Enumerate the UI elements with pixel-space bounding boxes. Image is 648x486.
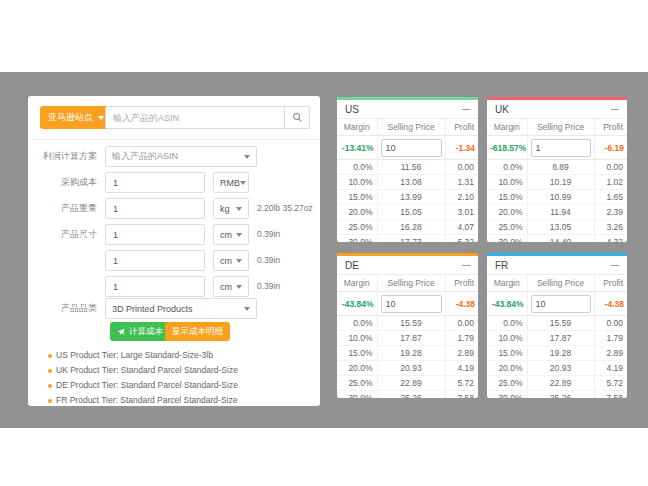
selling-price-input[interactable] [531,139,591,157]
panel-title: DE [345,260,359,271]
margin-cell: 15.0% [487,346,527,361]
currency-value: RMB [220,178,240,188]
margin-cell: 20.0% [487,205,527,220]
margin-table-row: 10.0%10.191.02 [487,175,627,190]
price-cell: 13.05 [527,220,594,235]
caret-down-icon [244,155,250,159]
margin-cell: 0.0% [487,316,527,331]
purchase-cost-label: 采购成本 [28,172,97,193]
calculator-card: 亚马逊站点 利润计算方案 输入产品的ASIN 采购成本 RMB 产品重量 kg [28,96,320,406]
margin-cell: 15.0% [337,346,377,361]
current-profit-value: -4.38 [445,292,478,316]
current-profit-value: -6.19 [594,136,627,160]
margin-table-row: 30.0%17.735.32 [337,235,478,243]
selling-price-column-header: Selling Price [527,275,594,292]
profit-cell: 1.79 [594,331,627,346]
marketplace-dropdown-button[interactable]: 亚马逊站点 [40,106,112,129]
currency-select[interactable]: RMB [213,172,249,193]
price-cell: 25.26 [527,391,594,399]
profit-plan-select[interactable]: 输入产品的ASIN [105,146,257,167]
collapse-minus-icon[interactable] [611,265,619,266]
dimension-unit-select[interactable]: cm [213,250,249,271]
bullet-icon [48,354,52,358]
dimension-unit-select[interactable]: cm [213,224,249,245]
selling-price-column-header: Selling Price [527,119,594,136]
marketplace-panel-fr: FR Margin Selling Price Profit -43.84% -… [487,253,627,398]
price-cell: 11.94 [527,205,594,220]
product-category-select[interactable]: 3D Printed Products [105,298,257,319]
margin-table-row: 15.0%10.991.65 [487,190,627,205]
collapse-minus-icon[interactable] [462,265,470,266]
margin-table-row: 15.0%19.282.89 [487,346,627,361]
margin-table-row: 30.0%25.267.58 [337,391,478,399]
panel-title: US [345,104,359,115]
margin-table-row: 20.0%20.934.19 [487,361,627,376]
margin-table-row: 20.0%11.942.39 [487,205,627,220]
price-cell: 20.93 [377,361,445,376]
marketplace-panel-de: DE Margin Selling Price Profit -43.84% -… [337,253,478,398]
list-item: UK Product Tier: Standard Parcel Standar… [28,363,320,378]
profit-column-header: Profit [445,275,478,292]
current-price-row: -43.84% -4.38 [337,292,478,316]
bullet-icon [48,399,52,403]
list-item: US Product Tier: Large Standard-Size-3lb [28,348,320,363]
price-cell: 22.89 [377,376,445,391]
margin-cell: 30.0% [487,391,527,399]
weight-unit-select[interactable]: kg [213,198,249,219]
profit-plan-value: 输入产品的ASIN [112,150,178,163]
tier-note-text: US Product Tier: Large Standard-Size-3lb [56,350,213,360]
selling-price-input[interactable] [381,295,442,313]
margin-table-row: 10.0%13.081.31 [337,175,478,190]
calculate-cost-button[interactable]: 计算成本 [110,322,170,341]
profit-cell: 2.89 [594,346,627,361]
panel-header: DE [337,256,478,275]
profit-cell: 4.19 [445,361,478,376]
marketplace-dropdown-label: 亚马逊站点 [48,111,93,124]
price-cell: 25.26 [377,391,445,399]
current-profit-value: -4.38 [594,292,627,316]
price-cell: 19.28 [527,346,594,361]
margin-column-header: Margin [487,275,527,292]
margin-cell: 10.0% [337,175,377,190]
dimension-height-input[interactable] [105,276,205,297]
price-cell: 13.99 [377,190,445,205]
margin-cell: 20.0% [487,361,527,376]
collapse-minus-icon[interactable] [611,109,619,110]
selling-price-input[interactable] [381,139,442,157]
margin-table-row: 0.0%8.890.00 [487,160,627,175]
table-header-row: Margin Selling Price Profit [487,119,627,136]
margin-table-row: 10.0%17.871.79 [487,331,627,346]
margin-cell: 25.0% [487,220,527,235]
current-margin-value: -618.57% [487,136,527,160]
bullet-icon [48,384,52,388]
price-cell: 14.40 [527,235,594,243]
tier-note-text: FR Product Tier: Standard Parcel Standar… [56,395,237,405]
profit-cell: 4.19 [594,361,627,376]
margin-cell: 25.0% [337,376,377,391]
table-header-row: Margin Selling Price Profit [487,275,627,292]
asin-search-button[interactable] [284,106,310,129]
margin-column-header: Margin [337,119,377,136]
current-margin-value: -43.84% [337,292,377,316]
collapse-minus-icon[interactable] [462,109,470,110]
margin-cell: 30.0% [487,235,527,243]
profit-cell: 4.32 [594,235,627,243]
dimension-width-input[interactable] [105,250,205,271]
product-weight-input[interactable] [105,198,205,219]
profit-cell: 1.79 [445,331,478,346]
dimension-unit-select[interactable]: cm [213,276,249,297]
caret-down-icon [236,233,242,237]
asin-search-input[interactable] [105,106,285,129]
margin-column-header: Margin [337,275,377,292]
list-item: DE Product Tier: Standard Parcel Standar… [28,378,320,393]
purchase-cost-input[interactable] [105,172,205,193]
current-price-row: -13.41% -1.34 [337,136,478,160]
profit-cell: 1.65 [594,190,627,205]
price-cell: 17.87 [527,331,594,346]
selling-price-input[interactable] [531,295,591,313]
marketplace-panel-uk: UK Margin Selling Price Profit -618.57% … [487,97,627,242]
dimension-length-input[interactable] [105,224,205,245]
current-price-row: -618.57% -6.19 [487,136,627,160]
show-cost-details-button[interactable]: 显示成本明细 [165,322,230,341]
price-cell: 15.59 [377,316,445,331]
